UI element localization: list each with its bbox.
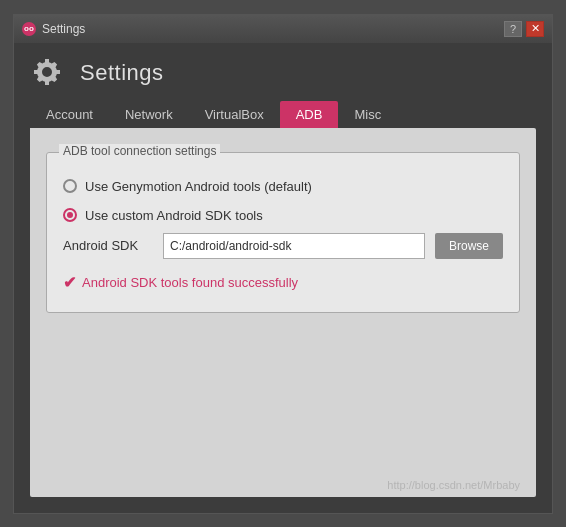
app-icon: oo bbox=[22, 22, 36, 36]
settings-window: oo Settings ? ✕ Settings Account Network… bbox=[13, 14, 553, 514]
tab-adb[interactable]: ADB bbox=[280, 101, 339, 128]
radio-inner-dot bbox=[67, 212, 73, 218]
radio-custom-sdk-label: Use custom Android SDK tools bbox=[85, 208, 263, 223]
gear-icon bbox=[30, 55, 66, 91]
radio-genymotion-label: Use Genymotion Android tools (default) bbox=[85, 179, 312, 194]
group-label: ADB tool connection settings bbox=[59, 144, 220, 158]
page-title: Settings bbox=[80, 60, 164, 86]
sdk-label: Android SDK bbox=[63, 238, 153, 253]
title-bar: oo Settings ? ✕ bbox=[14, 15, 552, 43]
tabs-bar: Account Network VirtualBox ADB Misc bbox=[14, 91, 552, 128]
radio-custom-sdk-row[interactable]: Use custom Android SDK tools bbox=[63, 208, 503, 223]
help-button[interactable]: ? bbox=[504, 21, 522, 37]
close-button[interactable]: ✕ bbox=[526, 21, 544, 37]
tab-misc[interactable]: Misc bbox=[338, 101, 397, 128]
radio-genymotion-row[interactable]: Use Genymotion Android tools (default) bbox=[63, 179, 503, 194]
title-bar-controls: ? ✕ bbox=[504, 21, 544, 37]
window-title: Settings bbox=[42, 22, 85, 36]
watermark: http://blog.csdn.net/Mrbaby bbox=[387, 479, 520, 491]
success-row: ✔ Android SDK tools found successfully bbox=[63, 273, 503, 292]
header-bar: Settings bbox=[14, 43, 552, 91]
browse-button[interactable]: Browse bbox=[435, 233, 503, 259]
adb-group-box: ADB tool connection settings Use Genymot… bbox=[46, 152, 520, 313]
success-message: Android SDK tools found successfully bbox=[82, 275, 298, 290]
sdk-path-row: Android SDK Browse bbox=[63, 233, 503, 259]
radio-custom-sdk[interactable] bbox=[63, 208, 77, 222]
tab-account[interactable]: Account bbox=[30, 101, 109, 128]
radio-genymotion[interactable] bbox=[63, 179, 77, 193]
tab-virtualbox[interactable]: VirtualBox bbox=[189, 101, 280, 128]
sdk-path-input[interactable] bbox=[163, 233, 425, 259]
tab-network[interactable]: Network bbox=[109, 101, 189, 128]
title-bar-left: oo Settings bbox=[22, 22, 85, 36]
content-area: ADB tool connection settings Use Genymot… bbox=[30, 128, 536, 497]
check-icon: ✔ bbox=[63, 273, 76, 292]
